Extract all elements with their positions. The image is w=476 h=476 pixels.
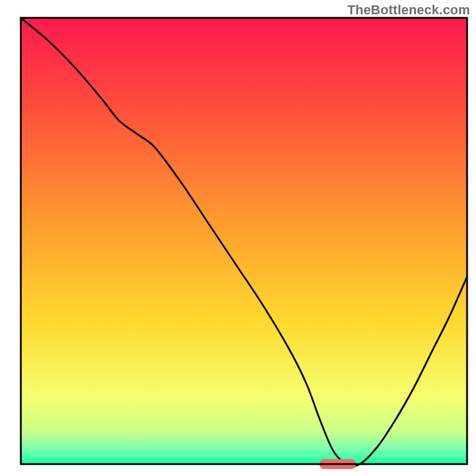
- chart-background: [21, 18, 467, 464]
- bottleneck-chart: [0, 0, 476, 476]
- watermark-text: TheBottleneck.com: [347, 2, 470, 18]
